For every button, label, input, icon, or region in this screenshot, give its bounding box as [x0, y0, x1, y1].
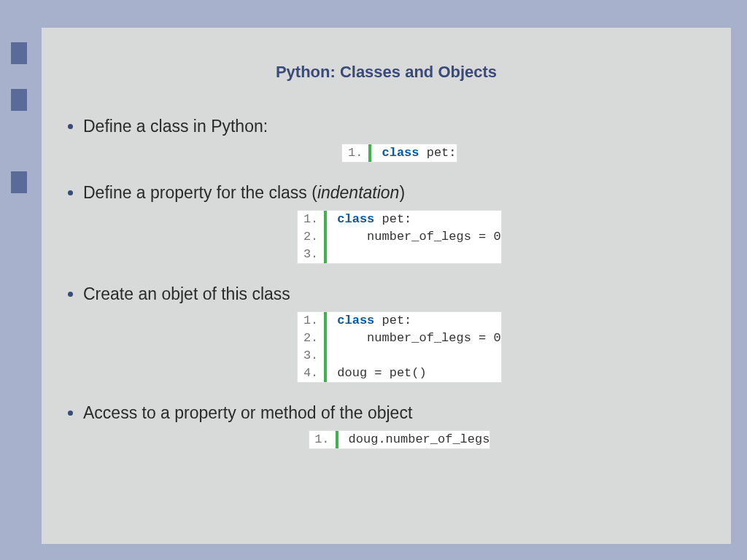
slide: Python: Classes and Objects Define a cla…: [42, 28, 731, 544]
line-number: 1.: [342, 144, 368, 162]
code-line: 3.: [298, 347, 500, 365]
bullet-item: Create an objet of this class1.class pet…: [68, 284, 731, 393]
line-number: 3.: [298, 347, 324, 365]
code-text: class pet:: [327, 312, 411, 330]
bullet-item: Define a property for the class (indenta…: [68, 183, 731, 274]
bullet-row: Create an objet of this class: [68, 284, 731, 304]
line-number: 1.: [298, 312, 324, 330]
code-line: 3.: [298, 246, 500, 263]
bullet-row: Access to a property or method of the ob…: [68, 403, 731, 423]
line-number: 2.: [298, 330, 324, 347]
bullet-item: Access to a property or method of the ob…: [68, 403, 731, 459]
slide-title: Python: Classes and Objects: [42, 63, 731, 82]
code-block: 1.doug.number_of_legs: [309, 430, 491, 449]
bullet-list: Define a class in Python:1.class pet:Def…: [42, 117, 731, 459]
line-number: 2.: [298, 228, 324, 246]
line-number: 4.: [298, 365, 324, 382]
bullet-dot-icon: [68, 190, 73, 195]
code-line: 4.doug = pet(): [298, 365, 500, 382]
code-block: 1.class pet:2. number_of_legs = 03.: [297, 210, 501, 264]
code-line: 1.class pet:: [342, 144, 456, 162]
code-line: 2. number_of_legs = 0: [298, 228, 500, 246]
line-number: 3.: [298, 246, 324, 263]
line-number: 1.: [298, 211, 324, 228]
code-line: 1.doug.number_of_legs: [309, 431, 490, 448]
line-number: 1.: [309, 431, 336, 448]
bullet-row: Define a property for the class (indenta…: [68, 183, 731, 203]
code-line: 2. number_of_legs = 0: [298, 330, 500, 347]
bullet-text: Access to a property or method of the ob…: [83, 403, 412, 423]
code-text: doug.number_of_legs: [338, 431, 490, 448]
code-line: 1.class pet:: [298, 312, 500, 330]
bullet-dot-icon: [68, 292, 73, 297]
code-line: 1.class pet:: [298, 211, 500, 228]
code-text: class pet:: [327, 211, 411, 228]
code-block: 1.class pet:2. number_of_legs = 03.4.dou…: [297, 311, 501, 383]
code-text: [327, 246, 337, 263]
accent-bar-1: [11, 42, 27, 64]
accent-bar-2: [11, 89, 27, 111]
bullet-item: Define a class in Python:1.class pet:: [68, 117, 731, 173]
bullet-text: Create an objet of this class: [83, 284, 290, 304]
code-text: [327, 347, 337, 365]
code-text: class pet:: [371, 144, 456, 162]
bullet-dot-icon: [68, 124, 73, 129]
accent-bar-3: [11, 171, 27, 193]
code-block: 1.class pet:: [341, 144, 457, 163]
code-text: number_of_legs = 0: [327, 228, 500, 246]
bullet-text: Define a class in Python:: [83, 117, 268, 136]
bullet-dot-icon: [68, 411, 73, 416]
code-text: number_of_legs = 0: [327, 330, 500, 347]
bullet-text: Define a property for the class (indenta…: [83, 183, 405, 203]
bullet-row: Define a class in Python:: [68, 117, 731, 136]
code-text: doug = pet(): [327, 365, 426, 382]
